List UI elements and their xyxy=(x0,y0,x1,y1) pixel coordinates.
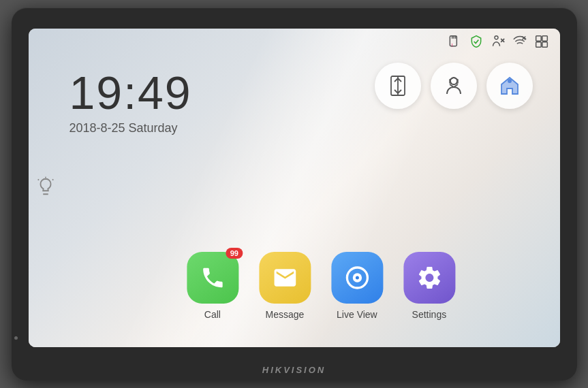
person-crossed-icon xyxy=(491,35,506,48)
svg-rect-11 xyxy=(542,36,547,42)
call-label: Call xyxy=(204,309,221,320)
date-display: 2018-8-25 Saturday xyxy=(69,121,192,135)
svg-rect-10 xyxy=(536,36,541,42)
time-display: 19:49 xyxy=(69,69,192,116)
bulb-icon[interactable] xyxy=(35,176,56,199)
liveview-app[interactable]: Live View xyxy=(331,252,383,320)
time-section: 19:49 2018-8-25 Saturday xyxy=(69,69,192,135)
call-icon xyxy=(187,252,238,304)
brand-label: HIKVISION xyxy=(262,365,326,375)
svg-text:!: ! xyxy=(451,43,452,48)
liveview-icon xyxy=(331,252,383,304)
home-widget[interactable] xyxy=(486,63,533,109)
svg-point-5 xyxy=(495,36,498,39)
svg-point-23 xyxy=(355,276,358,280)
top-right-widgets xyxy=(375,63,533,109)
sd-card-icon: ! xyxy=(447,35,462,48)
message-label: Message xyxy=(265,309,304,320)
call-app[interactable]: 99 Call xyxy=(187,252,238,320)
settings-icon-wrapper xyxy=(403,252,455,304)
message-icon xyxy=(259,252,311,304)
liveview-label: Live View xyxy=(337,309,377,320)
call-badge: 99 xyxy=(226,248,243,259)
message-app[interactable]: Message xyxy=(259,252,311,320)
settings-app[interactable]: Settings xyxy=(403,252,455,320)
grid-icon xyxy=(534,35,549,48)
svg-rect-13 xyxy=(542,42,547,48)
device-screen: ! xyxy=(29,29,560,347)
settings-icon xyxy=(403,252,455,304)
svg-line-16 xyxy=(52,179,53,180)
shield-icon xyxy=(469,35,484,48)
wifi-icon xyxy=(512,35,527,48)
call-icon-wrapper: 99 xyxy=(187,252,238,304)
liveview-icon-wrapper xyxy=(331,252,383,304)
svg-line-15 xyxy=(37,179,38,180)
svg-point-20 xyxy=(508,79,512,83)
elevator-widget[interactable] xyxy=(375,63,421,109)
side-dot xyxy=(14,336,18,340)
guard-widget[interactable] xyxy=(431,63,477,109)
settings-label: Settings xyxy=(412,309,447,320)
device-frame: ! xyxy=(12,7,577,381)
status-bar: ! xyxy=(447,35,549,48)
message-icon-wrapper xyxy=(259,252,311,304)
svg-rect-12 xyxy=(536,42,541,48)
app-row: 99 Call Message xyxy=(187,252,455,320)
